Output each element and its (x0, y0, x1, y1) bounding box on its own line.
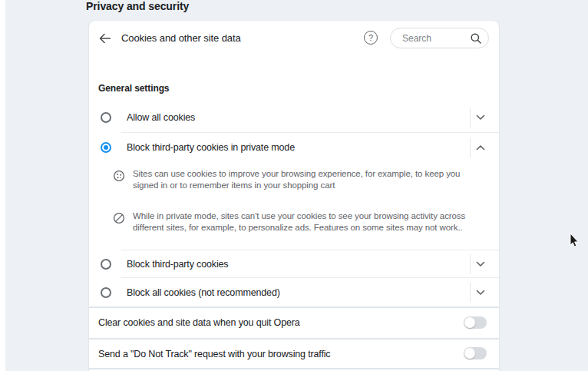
cookies-settings-card: Cookies and other site data ? General se… (89, 21, 499, 371)
question-mark-icon: ? (368, 33, 373, 42)
radio-unselected-icon[interactable] (101, 112, 111, 123)
radio-selected-icon[interactable] (101, 142, 111, 153)
toggle-off-switch[interactable] (464, 347, 487, 359)
toggle-row-clear-on-quit[interactable]: Clear cookies and site data when you qui… (89, 308, 499, 337)
help-button[interactable]: ? (364, 31, 378, 45)
toggle-knob (464, 348, 475, 359)
chevron-down-icon[interactable] (476, 290, 485, 296)
card-header: Cookies and other site data ? (89, 21, 499, 55)
search-box[interactable] (390, 28, 489, 48)
chevron-down-icon[interactable] (476, 114, 485, 121)
toggle-label: Send a "Do Not Track" request with your … (98, 349, 330, 359)
mouse-cursor (570, 234, 580, 249)
radio-label: Block all cookies (not recommended) (127, 287, 280, 298)
card-title: Cookies and other site data (121, 32, 241, 44)
section-label: General settings (98, 83, 169, 94)
toggle-knob (464, 317, 475, 328)
radio-unselected-icon[interactable] (101, 259, 111, 270)
radio-label: Block third-party cookies in private mod… (127, 142, 295, 153)
radio-row-block-third-party-private[interactable]: Block third-party cookies in private mod… (89, 133, 499, 162)
chevron-down-icon[interactable] (476, 261, 485, 267)
radio-row-block-all-cookies[interactable]: Block all cookies (not recommended) (89, 278, 499, 306)
toggle-label: Clear cookies and site data when you qui… (98, 317, 300, 328)
radio-row-block-third-party[interactable]: Block third-party cookies (89, 250, 499, 277)
detail-text: Sites can use cookies to improve your br… (133, 168, 487, 191)
radio-unselected-icon[interactable] (101, 287, 111, 298)
chevron-up-icon[interactable] (476, 144, 485, 151)
row-vertical-divider (470, 108, 471, 128)
section-separator (89, 368, 499, 369)
search-icon[interactable] (470, 32, 482, 48)
back-button[interactable] (96, 30, 113, 47)
row-vertical-divider (470, 254, 471, 274)
radio-row-allow-all-cookies[interactable]: Allow all cookies (89, 103, 499, 132)
cookie-icon (113, 170, 125, 185)
left-edge-strip (0, 0, 5, 371)
blocked-icon (113, 212, 125, 227)
toggle-off-switch[interactable] (464, 316, 487, 329)
row-vertical-divider (470, 283, 471, 303)
radio-label: Block third-party cookies (127, 259, 228, 270)
row-vertical-divider (470, 137, 471, 157)
arrow-left-icon (98, 32, 111, 45)
page-title: Privacy and security (86, 0, 189, 12)
detail-text: While in private mode, sites can't use y… (133, 210, 487, 234)
radio-label: Allow all cookies (127, 112, 195, 123)
toggle-row-do-not-track[interactable]: Send a "Do Not Track" request with your … (89, 340, 499, 368)
